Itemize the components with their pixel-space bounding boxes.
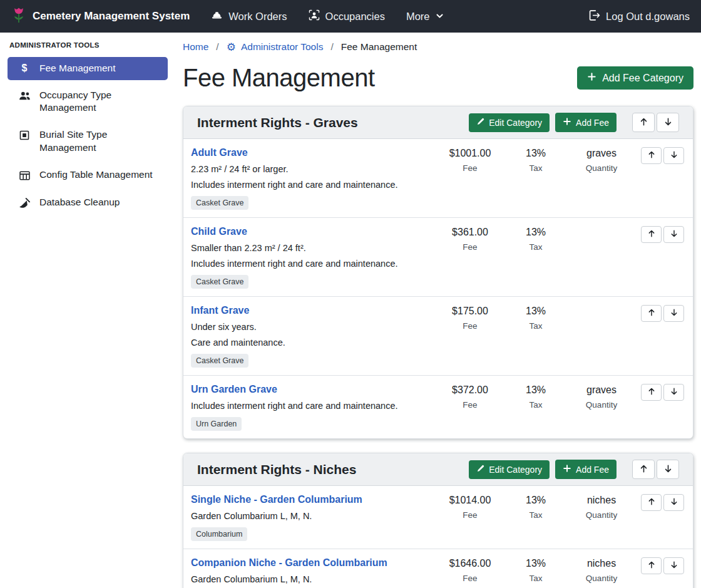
brand[interactable]: Cemetery Management System [11, 7, 190, 26]
fee-tag: Columbarium [191, 527, 247, 541]
fee-description: 2.23 m² / 24 ft² or larger. [191, 164, 431, 174]
nav-work-orders[interactable]: Work Orders [211, 9, 287, 24]
category-title: Interment Rights - Graves [197, 115, 358, 130]
nav-occupancies-label: Occupancies [325, 11, 385, 23]
move-category-up-button[interactable] [632, 113, 655, 132]
arrow-up-icon [647, 497, 656, 508]
move-category-up-button[interactable] [632, 460, 655, 479]
fee-name-link[interactable]: Infant Grave [191, 305, 249, 316]
category-reorder-controls [632, 113, 679, 132]
move-category-down-button[interactable] [657, 113, 679, 132]
move-fee-up-button[interactable] [641, 226, 662, 243]
breadcrumb-administrator-tools[interactable]: ⚙ Administrator Tools [227, 41, 324, 53]
add-fee-category-button[interactable]: Add Fee Category [577, 66, 693, 90]
fee-amount: $1014.00 Fee [436, 494, 504, 520]
move-fee-down-button[interactable] [663, 147, 684, 164]
arrow-up-icon [647, 387, 656, 398]
fee-tax: 13% Tax [504, 226, 567, 252]
fee-name-link[interactable]: Adult Grave [191, 147, 248, 158]
main-content: Home / ⚙ Administrator Tools / Fee Manag… [175, 33, 701, 588]
fee-reorder-controls [641, 557, 684, 574]
sidebar: ADMINISTRATOR TOOLS $ Fee Management Occ… [0, 33, 175, 219]
sidebar-item-fee-management[interactable]: $ Fee Management [8, 57, 168, 80]
arrow-down-icon [670, 150, 678, 161]
breadcrumb-home[interactable]: Home [183, 41, 208, 53]
nav-more[interactable]: More [406, 11, 444, 23]
move-fee-down-button[interactable] [663, 305, 684, 322]
fee-tax: 13% Tax [504, 147, 567, 173]
fee-name-link[interactable]: Urn Garden Grave [191, 384, 277, 395]
fee-name-link[interactable]: Single Niche - Garden Columbarium [191, 494, 362, 505]
fee-row: Adult Grave 2.23 m² / 24 ft² or larger. … [183, 139, 693, 218]
move-fee-up-button[interactable] [641, 384, 662, 401]
breadcrumb-current: Fee Management [341, 41, 417, 53]
edit-category-button[interactable]: Edit Category [469, 113, 550, 132]
dollar-icon: $ [18, 63, 31, 73]
breadcrumb-separator: / [216, 41, 218, 53]
move-fee-down-button[interactable] [663, 494, 684, 511]
fee-quantity: niches Quantity [567, 557, 636, 583]
arrow-up-icon [647, 560, 656, 571]
move-fee-up-button[interactable] [641, 305, 662, 322]
sidebar-item-label: Database Cleanup [39, 196, 120, 209]
fee-reorder-controls [641, 226, 684, 243]
arrow-down-icon [663, 464, 673, 475]
fee-tax: 13% Tax [504, 557, 567, 583]
plus-icon [563, 464, 571, 475]
top-navbar: Cemetery Management System Work Orders [0, 0, 701, 33]
primary-nav: Work Orders Occupancies More [211, 9, 443, 24]
plot-square-icon [18, 130, 31, 141]
sidebar-item-database-cleanup[interactable]: Database Cleanup [8, 191, 168, 215]
edit-category-button[interactable]: Edit Category [469, 460, 550, 479]
add-fee-label: Add Fee [576, 118, 609, 128]
fee-description: Includes interment right and care and ma… [191, 401, 431, 411]
fee-row: Single Niche - Garden Columbarium Garden… [183, 486, 693, 549]
fee-name-link[interactable]: Child Grave [191, 226, 247, 237]
nav-occupancies[interactable]: Occupancies [309, 9, 385, 23]
arrow-down-icon [670, 387, 678, 398]
arrow-down-icon [670, 497, 678, 508]
add-fee-button[interactable]: Add Fee [555, 460, 617, 479]
add-fee-category-label: Add Fee Category [602, 73, 683, 84]
add-fee-label: Add Fee [576, 465, 609, 475]
fee-description: Care and maintenance. [191, 338, 431, 348]
move-fee-down-button[interactable] [663, 557, 684, 574]
fee-quantity: niches Quantity [567, 494, 636, 520]
fee-amount: $175.00 Fee [436, 305, 504, 331]
move-fee-up-button[interactable] [641, 494, 662, 511]
sidebar-item-config-table-management[interactable]: Config Table Management [8, 163, 168, 187]
fee-quantity: graves Quantity [567, 147, 636, 173]
hard-hat-icon [211, 9, 223, 24]
broom-icon [18, 197, 31, 209]
fee-name-link[interactable]: Companion Niche - Garden Columbarium [191, 557, 387, 569]
pencil-icon [476, 465, 484, 475]
sidebar-item-label: Occupancy Type Management [39, 89, 158, 114]
add-fee-button[interactable]: Add Fee [555, 113, 617, 132]
move-fee-up-button[interactable] [641, 557, 662, 574]
fee-amount: $372.00 Fee [436, 384, 504, 410]
sidebar-item-burial-site-type-management[interactable]: Burial Site Type Management [8, 123, 168, 159]
fee-description: Includes interment right and care and ma… [191, 259, 431, 269]
move-fee-down-button[interactable] [663, 384, 684, 401]
category-card-graves: Interment Rights - Graves Edit Category … [183, 106, 693, 439]
move-category-down-button[interactable] [657, 460, 679, 479]
arrow-up-icon [647, 308, 656, 319]
move-fee-up-button[interactable] [641, 147, 662, 164]
fee-reorder-controls [641, 494, 684, 511]
sidebar-item-occupancy-type-management[interactable]: Occupancy Type Management [8, 84, 168, 120]
fee-tax: 13% Tax [504, 494, 567, 520]
move-fee-down-button[interactable] [663, 226, 684, 243]
fee-quantity-empty [567, 226, 636, 227]
category-card-niches: Interment Rights - Niches Edit Category … [183, 453, 693, 588]
gear-icon: ⚙ [227, 42, 236, 53]
fee-description: Under six years. [191, 322, 431, 332]
arrow-up-icon [647, 150, 656, 161]
fee-row: Urn Garden Grave Includes interment righ… [183, 376, 693, 438]
category-actions: Edit Category Add Fee [469, 460, 679, 479]
fee-amount: $361.00 Fee [436, 226, 504, 252]
fee-tag: Casket Grave [191, 354, 248, 368]
logout-link[interactable]: Log Out d.gowans [588, 9, 690, 24]
sidebar-item-label: Config Table Management [39, 168, 153, 181]
edit-category-label: Edit Category [489, 465, 542, 475]
arrow-down-icon [663, 117, 673, 128]
